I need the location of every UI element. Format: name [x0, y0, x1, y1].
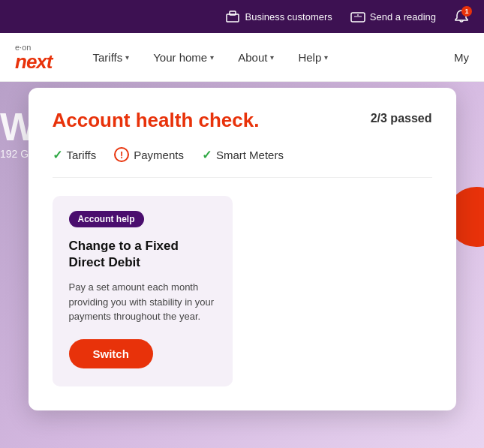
logo[interactable]: e·on next — [15, 44, 52, 71]
meter-icon — [350, 9, 365, 24]
tariffs-chevron-icon: ▾ — [125, 53, 129, 62]
passed-badge: 2/3 passed — [371, 109, 432, 125]
check-tariffs-icon: ✓ — [53, 148, 62, 162]
card-description: Pay a set amount each month providing yo… — [69, 280, 216, 324]
nav-help[interactable]: Help ▾ — [287, 45, 338, 70]
nav-about[interactable]: About ▾ — [227, 45, 284, 70]
check-payments: ! Payments — [114, 147, 184, 162]
health-check-modal: Account health check. 2/3 passed ✓ Tarif… — [29, 88, 456, 410]
notifications-button[interactable]: 1 — [454, 9, 469, 24]
card-tag: Account help — [69, 211, 144, 227]
card-title: Change to a Fixed Direct Debit — [69, 238, 216, 271]
svg-rect-1 — [230, 11, 236, 15]
main-content: Wo 192 G Account health check. 2/3 passe… — [0, 82, 484, 448]
nav-my[interactable]: My — [454, 51, 469, 64]
business-icon — [225, 9, 240, 24]
svg-rect-2 — [351, 13, 365, 22]
about-chevron-icon: ▾ — [270, 53, 274, 62]
your-home-chevron-icon: ▾ — [210, 53, 214, 62]
top-bar: Business customers Send a reading 1 — [0, 0, 484, 33]
send-reading-link[interactable]: Send a reading — [350, 9, 436, 24]
notification-badge: 1 — [461, 6, 472, 17]
logo-next-text: next — [15, 52, 52, 71]
check-tariffs: ✓ Tariffs — [53, 148, 97, 162]
check-smart-meters-icon: ✓ — [202, 148, 212, 162]
modal-title: Account health check. — [53, 109, 260, 132]
check-payments-label: Payments — [134, 149, 184, 161]
nav-items: Tariffs ▾ Your home ▾ About ▾ Help ▾ — [82, 45, 454, 70]
switch-button[interactable]: Switch — [69, 339, 153, 368]
check-smart-meters-label: Smart Meters — [216, 149, 284, 161]
nav-your-home[interactable]: Your home ▾ — [143, 45, 224, 70]
nav-bar: e·on next Tariffs ▾ Your home ▾ About ▾ … — [0, 33, 484, 82]
check-row: ✓ Tariffs ! Payments ✓ Smart Meters — [53, 147, 432, 178]
account-help-card: Account help Change to a Fixed Direct De… — [53, 196, 233, 386]
modal-header: Account health check. 2/3 passed — [53, 109, 432, 132]
check-tariffs-label: Tariffs — [67, 149, 97, 161]
help-chevron-icon: ▾ — [324, 53, 328, 62]
check-smart-meters: ✓ Smart Meters — [202, 148, 284, 162]
business-customers-link[interactable]: Business customers — [225, 9, 332, 24]
check-payments-icon: ! — [114, 147, 129, 162]
modal-overlay: Account health check. 2/3 passed ✓ Tarif… — [0, 82, 484, 448]
nav-tariffs[interactable]: Tariffs ▾ — [82, 45, 140, 70]
